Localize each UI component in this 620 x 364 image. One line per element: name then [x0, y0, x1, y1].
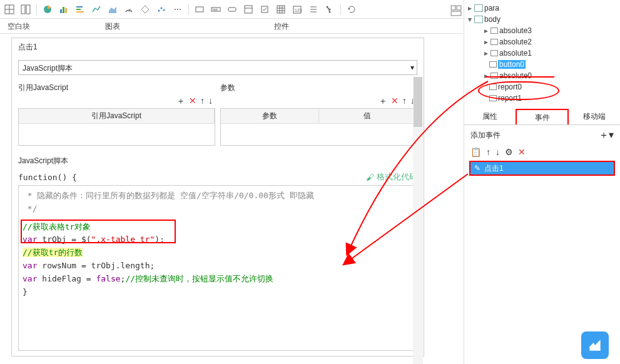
- add-button[interactable]: ＋: [176, 96, 185, 107]
- svg-marker-12: [109, 7, 116, 13]
- delete-button[interactable]: ✕: [189, 96, 196, 107]
- panel-title: 点击1: [12, 38, 424, 56]
- svg-marker-43: [348, 8, 350, 10]
- svg-point-18: [175, 9, 176, 10]
- script-type-combo[interactable]: JavaScript脚本 ▾: [18, 60, 417, 75]
- area-chart-icon[interactable]: [106, 3, 119, 16]
- function-declaration: function() {: [18, 173, 77, 182]
- svg-rect-45: [457, 6, 461, 10]
- svg-text:123: 123: [295, 8, 302, 13]
- svg-rect-21: [196, 7, 203, 12]
- section-tabs: 空白块 图表 控件: [0, 19, 463, 34]
- add-button[interactable]: ＋: [379, 96, 387, 107]
- svg-rect-28: [277, 6, 285, 13]
- col-value: 值: [319, 109, 417, 123]
- edit-icon: ✎: [474, 164, 480, 173]
- col-param: 参数: [221, 109, 319, 123]
- component-tree[interactable]: ▸para ▾body ▸absolute3 ▸absolute2 ▸absol…: [464, 0, 620, 106]
- code-line: //获取表格tr对象: [23, 221, 413, 234]
- tree-item[interactable]: absolute3: [499, 26, 532, 35]
- tree-item[interactable]: absolute2: [499, 38, 532, 46]
- add-event-button[interactable]: ＋▾: [599, 129, 614, 142]
- format-code-button[interactable]: 🖌 格式化代码: [366, 171, 417, 183]
- hbar-chart-icon[interactable]: [73, 3, 87, 16]
- script-label: JavaScript脚本: [18, 153, 417, 169]
- param-btns: ＋ ✕ ↑ ↓: [220, 94, 417, 108]
- annotation-circle: [478, 81, 559, 100]
- copy-icon[interactable]: 📋: [470, 147, 481, 157]
- grid-icon[interactable]: [3, 3, 16, 16]
- svg-rect-24: [228, 8, 236, 11]
- code-editor[interactable]: * 隐藏的条件：同行里所有的数据列都是 空值/空字符串/0/0.00形式 即隐藏…: [18, 185, 417, 351]
- check-widget-icon[interactable]: [258, 3, 272, 16]
- tree-toggle[interactable]: ▸: [467, 4, 473, 13]
- list-widget-icon[interactable]: [307, 3, 320, 16]
- svg-rect-4: [26, 5, 30, 14]
- up-button[interactable]: ↑: [402, 96, 407, 107]
- line-chart-icon[interactable]: [89, 3, 103, 16]
- form-widget-icon[interactable]: [241, 3, 255, 16]
- script-editor-panel: 点击1 JavaScript脚本 ▾ 引用JavaScript ＋ ✕ ↑ ↓ …: [11, 38, 424, 356]
- svg-point-19: [177, 9, 178, 10]
- tree-toggle[interactable]: ▾: [467, 15, 473, 24]
- code-line: */: [23, 203, 413, 216]
- delete-icon[interactable]: ✕: [518, 147, 526, 157]
- down-button[interactable]: ↓: [208, 96, 213, 107]
- text-widget-icon[interactable]: [193, 3, 206, 16]
- grid-widget-icon[interactable]: [274, 3, 288, 16]
- param-table[interactable]: 参数 值: [220, 108, 417, 146]
- tree-item[interactable]: absolute0: [499, 71, 532, 80]
- scroll-thumb[interactable]: [414, 77, 422, 127]
- svg-point-15: [158, 9, 160, 11]
- date-widget-icon[interactable]: 123: [290, 3, 304, 16]
- pie-chart-icon[interactable]: [41, 3, 54, 16]
- param-header: 参数: [220, 81, 417, 94]
- up-button[interactable]: ↑: [200, 96, 205, 107]
- bar-chart-icon[interactable]: [57, 3, 71, 16]
- toolbar: lab 123: [0, 0, 463, 19]
- svg-rect-8: [65, 8, 67, 13]
- svg-marker-14: [141, 6, 149, 13]
- tree-widget-icon[interactable]: [323, 3, 337, 16]
- refresh-icon[interactable]: [345, 3, 358, 16]
- tree-item-body[interactable]: body: [484, 15, 501, 24]
- label-widget-icon[interactable]: lab: [209, 3, 223, 16]
- tree-item[interactable]: absolute1: [499, 49, 532, 58]
- scatter-icon[interactable]: [155, 3, 168, 16]
- event-item[interactable]: ✎ 点击1: [469, 161, 615, 176]
- tab-properties[interactable]: 属性: [464, 109, 516, 124]
- config-icon[interactable]: ⚙: [505, 147, 513, 157]
- up-icon[interactable]: ↑: [486, 147, 490, 157]
- tree-item-para[interactable]: para: [484, 4, 499, 13]
- layout-icon[interactable]: [19, 3, 33, 16]
- ref-js-header: 引用JavaScript: [18, 81, 215, 94]
- tree-item-selected[interactable]: button0: [498, 60, 526, 69]
- event-item-label: 点击1: [484, 163, 504, 174]
- radar-icon[interactable]: [138, 3, 152, 16]
- section-blank[interactable]: 空白块: [0, 19, 38, 33]
- gauge-icon[interactable]: [122, 3, 136, 16]
- tab-mobile[interactable]: 移动端: [569, 109, 620, 124]
- code-line: var hideFlag = false;//控制未查询时，按钮显示值不允许切换: [23, 273, 413, 286]
- combo-value: JavaScript脚本: [23, 64, 73, 73]
- section-chart[interactable]: 图表: [38, 19, 188, 33]
- scrollbar[interactable]: [413, 77, 423, 364]
- down-icon[interactable]: ↓: [495, 147, 500, 157]
- tab-events[interactable]: 事件: [516, 109, 569, 124]
- svg-rect-9: [76, 6, 83, 8]
- event-toolbar: 📋 ↑ ↓ ⚙ ✕: [464, 146, 620, 158]
- more-chart-icon[interactable]: [171, 3, 185, 16]
- section-widget[interactable]: 控件: [188, 19, 375, 33]
- button-widget-icon[interactable]: [225, 3, 239, 16]
- svg-rect-25: [245, 6, 252, 13]
- svg-rect-11: [76, 11, 84, 13]
- svg-rect-46: [451, 11, 461, 16]
- delete-button[interactable]: ✕: [391, 96, 399, 107]
- add-event-label: 添加事件: [470, 130, 501, 141]
- ref-js-table[interactable]: 引用JavaScript: [18, 108, 215, 146]
- svg-rect-44: [451, 6, 455, 10]
- svg-point-16: [161, 7, 163, 9]
- app-badge[interactable]: [581, 331, 609, 359]
- svg-point-20: [180, 9, 181, 10]
- layout-preview-icon[interactable]: [450, 5, 462, 18]
